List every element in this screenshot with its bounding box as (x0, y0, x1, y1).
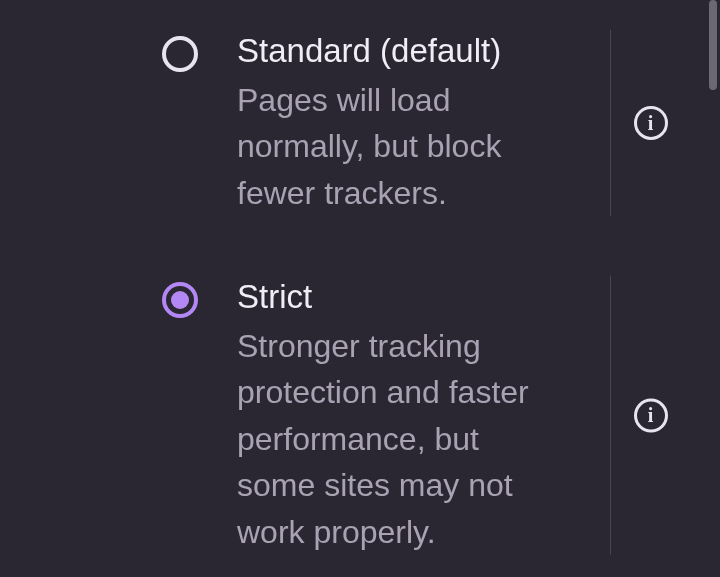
radio-col (155, 276, 205, 318)
option-standard[interactable]: Standard (default) Pages will load norma… (0, 0, 720, 246)
option-title: Strict (237, 276, 545, 319)
radio-inner-icon (171, 291, 189, 309)
option-strict[interactable]: Strict Stronger tracking protection and … (0, 246, 720, 577)
scrollbar-track[interactable] (708, 0, 720, 577)
info-col: i (610, 30, 690, 216)
option-description: Stronger tracking protection and faster … (237, 323, 545, 555)
option-description: Pages will load normally, but block fewe… (237, 77, 545, 216)
info-icon[interactable]: i (634, 398, 668, 432)
option-text: Standard (default) Pages will load norma… (205, 30, 575, 216)
option-title: Standard (default) (237, 30, 545, 73)
radio-button-strict[interactable] (162, 282, 198, 318)
scrollbar-thumb[interactable] (709, 0, 717, 90)
radio-button-standard[interactable] (162, 36, 198, 72)
radio-col (155, 30, 205, 72)
info-col: i (610, 276, 690, 555)
info-icon[interactable]: i (634, 106, 668, 140)
option-text: Strict Stronger tracking protection and … (205, 276, 575, 555)
